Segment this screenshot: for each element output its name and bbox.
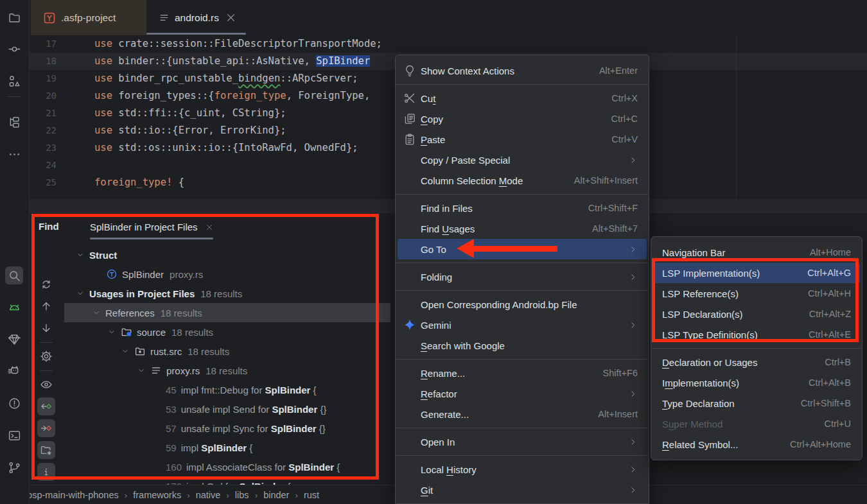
breadcrumb-item[interactable]: binder: [263, 490, 289, 500]
tree-row-rust-src[interactable]: rust.src18 results: [64, 342, 390, 361]
menu-item-open-corresponding-android-bp-file[interactable]: Open Corresponding Android.bp File: [398, 294, 647, 315]
menu-item-open-in[interactable]: Open In: [398, 431, 647, 452]
find-toolbar-view-options[interactable]: [37, 376, 55, 394]
usage-line-number: 53: [166, 404, 177, 415]
chevron-down-icon[interactable]: [76, 250, 85, 259]
menu-item-lsp-reference-s[interactable]: LSP Reference(s)Ctrl+Alt+H: [653, 283, 860, 304]
find-toolbar-next-occurrence[interactable]: [37, 319, 55, 337]
menu-item-folding[interactable]: Folding: [398, 266, 647, 287]
menu-item-cut[interactable]: CutCtrl+X: [398, 88, 647, 109]
tree-row-references[interactable]: References18 results: [64, 303, 390, 322]
find-toolbar: [29, 241, 64, 485]
close-find-tab-icon[interactable]: [206, 223, 213, 231]
project-tool-window-tab[interactable]: .asfp-project: [31, 0, 146, 35]
breadcrumb-item[interactable]: aosp-main-with-phones: [22, 490, 119, 500]
right-margin-guide: [736, 35, 737, 199]
menu-item-copy-paste-special[interactable]: Copy / Paste Special: [398, 150, 647, 170]
editor-tab-android-rs[interactable]: android.rs: [146, 0, 246, 35]
cat-icon: [8, 365, 21, 378]
code-text: use crate::session::FileDescriptorTransp…: [94, 35, 382, 53]
menu-item-column-selection-mode[interactable]: Column Selection ModeAlt+Shift+Insert: [398, 170, 647, 191]
chevron-down-icon[interactable]: [107, 327, 116, 336]
sidebar-item-more-tool-windows[interactable]: [5, 145, 23, 163]
menu-item-paste[interactable]: PasteCtrl+V: [398, 129, 647, 150]
menu-item-label: Copy / Paste Special: [421, 155, 510, 166]
sidebar-item-android[interactable]: [5, 298, 23, 316]
tree-result-count: 18 results: [171, 327, 213, 338]
line-number: 19: [29, 70, 87, 87]
tree-row-splbinder[interactable]: SplBinderproxy.rs: [64, 265, 390, 284]
menu-icon-spacer: [403, 270, 416, 283]
sidebar-item-project[interactable]: [5, 8, 23, 26]
find-toolbar-rerun-search[interactable]: [37, 275, 55, 293]
code-line-17[interactable]: 17use crate::session::FileDescriptorTran…: [29, 35, 867, 53]
menu-item-related-symbol[interactable]: Related Symbol...Ctrl+Alt+Home: [653, 434, 860, 455]
menu-item-show-context-actions[interactable]: Show Context ActionsAlt+Enter: [398, 60, 647, 81]
menu-item-type-declaration[interactable]: Type DeclarationCtrl+Shift+B: [653, 393, 860, 413]
code-text: use std::io::{Error, ErrorKind};: [94, 122, 286, 139]
find-toolbar-settings[interactable]: [37, 347, 55, 365]
menu-item-declaration-or-usages[interactable]: Declaration or UsagesCtrl+B: [653, 352, 860, 372]
tree-row-usage-59[interactable]: 59impl SplBinder {: [64, 438, 390, 457]
find-toolbar-group-by-directory[interactable]: [37, 441, 55, 459]
menu-item-lsp-declaration-s[interactable]: LSP Declaration(s)Ctrl+Alt+Z: [653, 304, 860, 324]
tree-row-source[interactable]: source18 results: [64, 322, 390, 342]
menu-item-refactor[interactable]: Refactor: [398, 383, 647, 404]
sidebar-item-find[interactable]: [5, 266, 23, 284]
breadcrumb-item[interactable]: native: [196, 490, 221, 500]
menu-shortcut: Ctrl+Alt+B: [809, 378, 851, 388]
tree-row-usage-53[interactable]: 53unsafe impl Send for SplBinder {}: [64, 399, 390, 419]
menu-item-git[interactable]: Git: [398, 480, 647, 500]
gemini-icon: [403, 318, 416, 331]
chevron-down-icon[interactable]: [137, 366, 146, 375]
sidebar-item-gem[interactable]: [5, 330, 23, 348]
find-toolbar-navigate-back[interactable]: [37, 397, 55, 415]
toolbar-separator: [40, 370, 53, 371]
find-toolbar-navigate-forward[interactable]: [37, 419, 55, 437]
find-toolbar-previous-occurrence[interactable]: [37, 297, 55, 315]
tree-row-usage-179[interactable]: 179impl Ord for SplBinder {: [64, 476, 390, 485]
sidebar-item-hierarchy[interactable]: [5, 113, 23, 131]
find-results-tab[interactable]: SplBinder in Project Files: [90, 213, 213, 241]
tree-row-usage-160[interactable]: 160impl AssociateClass for SplBinder {: [64, 457, 390, 476]
menu-item-generate[interactable]: Generate...Alt+Insert: [398, 404, 647, 424]
menu-item-super-method[interactable]: Super MethodCtrl+U: [653, 413, 860, 434]
menu-item-find-usages[interactable]: Find UsagesAlt+Shift+7: [398, 218, 647, 239]
chevron-down-icon[interactable]: [92, 308, 101, 317]
tree-row-proxy-rs[interactable]: proxy.rs18 results: [64, 361, 390, 380]
sidebar-item-problems[interactable]: [5, 394, 23, 412]
folder-asterisk-icon: [40, 444, 53, 456]
menu-item-gemini[interactable]: Gemini: [398, 315, 647, 335]
sidebar-item-commit[interactable]: [5, 40, 23, 58]
tree-row-usages-in-project-files[interactable]: Usages in Project Files18 results: [64, 284, 390, 303]
menu-item-search-with-google[interactable]: Search with Google: [398, 335, 647, 356]
menu-item-rename[interactable]: Rename...Shift+F6: [398, 363, 647, 383]
tree-row-usage-57[interactable]: 57unsafe impl Sync for SplBinder {}: [64, 419, 390, 438]
menu-item-navigation-bar[interactable]: Navigation BarAlt+Home: [653, 242, 860, 263]
sidebar-item-version-control[interactable]: [5, 458, 23, 476]
breadcrumb-item[interactable]: rust: [304, 490, 319, 500]
submenu-arrow-icon: [628, 465, 638, 474]
sidebar-item-logcat[interactable]: [5, 362, 23, 380]
tree-row-struct[interactable]: Struct: [64, 245, 390, 265]
menu-separator: [396, 455, 648, 456]
chevron-down-icon[interactable]: [76, 289, 85, 298]
folder-package-icon: [134, 345, 146, 357]
chevron-down-icon[interactable]: [121, 347, 130, 356]
menu-item-implementation-s[interactable]: Implementation(s)Ctrl+Alt+B: [653, 372, 860, 393]
close-tab-icon[interactable]: [225, 12, 236, 23]
find-toolbar-show-preview[interactable]: [37, 463, 55, 481]
menu-item-local-history[interactable]: Local History: [398, 459, 647, 480]
menu-item-copy[interactable]: CopyCtrl+C: [398, 109, 647, 129]
menu-item-lsp-implementation-s[interactable]: LSP Implementation(s)Ctrl+Alt+G: [653, 263, 860, 283]
submenu-arrow-icon: [628, 437, 638, 447]
sidebar-item-structure[interactable]: [5, 72, 23, 90]
find-panel-title: Find: [39, 221, 59, 232]
menu-item-find-in-files[interactable]: Find in FilesCtrl+Shift+F: [398, 198, 647, 218]
breadcrumb-item[interactable]: libs: [235, 490, 249, 500]
sidebar-item-terminal[interactable]: [5, 426, 23, 444]
breadcrumb-item[interactable]: frameworks: [133, 490, 181, 500]
menu-item-go-to[interactable]: Go To: [398, 239, 647, 259]
menu-item-lsp-type-definition-s[interactable]: LSP Type Definition(s)Ctrl+Alt+E: [653, 324, 860, 345]
tree-row-usage-45[interactable]: 45impl fmt::Debug for SplBinder {: [64, 380, 390, 399]
